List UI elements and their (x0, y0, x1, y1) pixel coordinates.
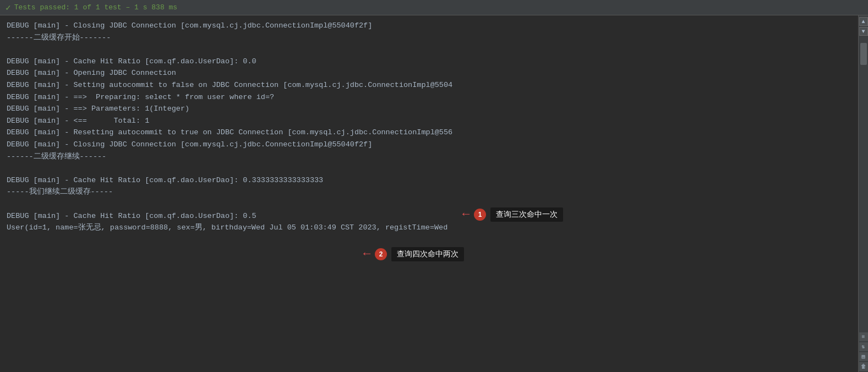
annotation-1: ← 1 查询三次命中一次 (462, 207, 563, 222)
console-line: DEBUG [main] - Cache Hit Ratio [com.qf.d… (7, 210, 851, 222)
console-output: DEBUG [main] - Closing JDBC Connection [… (0, 15, 858, 372)
scroll-track[interactable] (859, 37, 868, 329)
scroll-up-button[interactable]: ▲ (859, 17, 868, 26)
arrow-icon-2: ← (363, 248, 370, 260)
console-line: DEBUG [main] - Resetting autocommit to t… (7, 127, 851, 139)
annotation-badge-1: 1 (474, 209, 486, 221)
annotation-text-1: 查询三次命中一次 (490, 207, 563, 222)
scroll-thumb[interactable] (860, 43, 867, 65)
scroll-icon-4[interactable]: 🗑 (859, 362, 868, 371)
console-line (7, 198, 851, 210)
console-line: DEBUG [main] - Setting autocommit to fal… (7, 79, 851, 91)
console-line: ------二级缓存开始------- (7, 32, 851, 44)
scroll-icons: ≡ ⇅ ▤ 🗑 (859, 332, 868, 371)
console-line: DEBUG [main] - ==> Parameters: 1(Integer… (7, 103, 851, 115)
console-line: DEBUG [main] - <== Total: 1 (7, 115, 851, 127)
check-icon: ✓ (6, 2, 11, 13)
console-line (7, 162, 851, 174)
top-bar: ✓ Tests passed: 1 of 1 test – 1 s 838 ms (0, 0, 868, 15)
console-line: -----我们继续二级缓存----- (7, 186, 851, 198)
annotation-2: ← 2 查询四次命中两次 (363, 247, 464, 261)
scrollbar[interactable]: ▲ ▼ ≡ ⇅ ▤ 🗑 (858, 15, 868, 372)
console-line: DEBUG [main] - Closing JDBC Connection [… (7, 20, 851, 32)
console-line: DEBUG [main] - Opening JDBC Connection (7, 67, 851, 79)
console-line: DEBUG [main] - Cache Hit Ratio [com.qf.d… (7, 174, 851, 187)
console-line: DEBUG [main] - Cache Hit Ratio [com.qf.d… (7, 56, 851, 68)
console-line: ------二级缓存继续------ (7, 151, 851, 163)
scroll-icon-1[interactable]: ≡ (859, 332, 868, 341)
console-line: DEBUG [main] - ==> Preparing: select * f… (7, 91, 851, 103)
annotation-text-2: 查询四次命中两次 (391, 247, 464, 261)
console-line: DEBUG [main] - Closing JDBC Connection [… (7, 139, 851, 151)
console-area: DEBUG [main] - Closing JDBC Connection [… (0, 15, 868, 372)
arrow-icon-1: ← (462, 209, 470, 221)
scroll-icon-3[interactable]: ▤ (859, 352, 868, 361)
console-line (7, 43, 851, 56)
scroll-down-button[interactable]: ▼ (859, 27, 868, 36)
test-status: Tests passed: 1 of 1 test – 1 s 838 ms (14, 3, 177, 12)
console-line: User(id=1, name=张无忌, password=8888, sex=… (7, 222, 851, 234)
annotation-badge-2: 2 (375, 248, 387, 260)
scroll-icon-2[interactable]: ⇅ (859, 342, 868, 351)
